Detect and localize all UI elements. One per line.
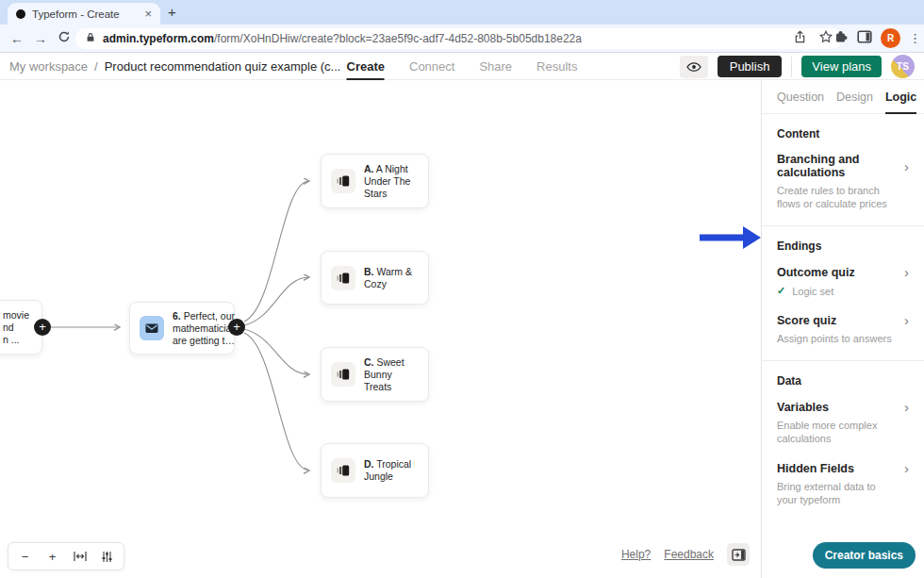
sidebar-item-branching[interactable]: Branching and calculations › Create rule… xyxy=(777,153,909,210)
new-tab-button[interactable]: + xyxy=(168,4,176,20)
logic-flow-canvas[interactable]: movie nd n ... + 6. Perfect, our mathema… xyxy=(0,80,761,578)
share-icon[interactable] xyxy=(794,30,806,47)
outcome-node-text: D. Tropical Jungle xyxy=(364,458,419,483)
sidebar-tab-logic[interactable]: Logic xyxy=(885,80,916,114)
canvas-footer-links: Help? Feedback xyxy=(621,543,750,566)
sidebar-tabs: Question Design Logic xyxy=(762,80,924,114)
preview-button[interactable] xyxy=(680,56,708,78)
chrome-right-controls: R ⋮ xyxy=(834,28,918,48)
sidebar-tab-design[interactable]: Design xyxy=(836,80,873,114)
flow-node-question-6[interactable]: 6. Perfect, our mathematician are gettin… xyxy=(129,302,235,355)
help-link[interactable]: Help? xyxy=(621,548,651,561)
publish-button[interactable]: Publish xyxy=(718,56,783,77)
browser-tab[interactable]: Typeform - Create × xyxy=(8,3,160,25)
sidebar-section-content: Content Branching and calculations › Cre… xyxy=(762,114,924,226)
header-nav: Create Connect Share Results xyxy=(347,53,578,80)
creator-basics-button[interactable]: Creator basics xyxy=(813,542,916,569)
flow-node-outcome-a[interactable]: A. A Night Under The Stars xyxy=(321,154,429,208)
outcome-node-text: B. Warm & Cozy xyxy=(364,266,419,290)
url-text: admin.typeform.com/form/XoHnDHiw/create?… xyxy=(103,32,582,45)
app-header: My workspace / Product recommendation qu… xyxy=(0,53,924,80)
url-path: /form/XoHnDHiw/create?block=23ae5f9c-adf… xyxy=(214,32,582,45)
sidebar-item-hidden-fields[interactable]: Hidden Fields › Bring external data to y… xyxy=(777,461,909,506)
user-avatar[interactable]: TS xyxy=(891,55,915,78)
header-actions: Publish View plans TS xyxy=(680,53,915,80)
ending-screen-icon xyxy=(331,169,355,193)
tab-create[interactable]: Create xyxy=(347,53,385,80)
sidebar-tab-question[interactable]: Question xyxy=(777,80,824,114)
chevron-right-icon: › xyxy=(904,313,909,327)
url-domain: admin.typeform.com xyxy=(103,32,214,45)
browser-tabstrip: Typeform - Create × + xyxy=(0,0,924,25)
ending-screen-icon xyxy=(331,266,355,290)
flow-node-outcome-b[interactable]: B. Warm & Cozy xyxy=(321,251,429,305)
app-window: Typeform - Create × + ← → admin.typeform… xyxy=(0,0,924,578)
fit-to-width-icon[interactable] xyxy=(66,543,93,570)
question-node-text: 6. Perfect, our mathematician are gettin… xyxy=(173,310,237,347)
sidebar-section-data: Data Variables › Enable more complex cal… xyxy=(762,361,924,521)
feedback-link[interactable]: Feedback xyxy=(664,548,714,561)
browser-toolbar: ← → admin.typeform.com/form/XoHnDHiw/cre… xyxy=(0,25,924,53)
breadcrumb: My workspace / Product recommendation qu… xyxy=(9,53,340,79)
breadcrumb-workspace-link[interactable]: My workspace xyxy=(9,59,88,74)
item-description: Enable more complex calculations xyxy=(777,419,909,445)
section-heading: Data xyxy=(777,374,909,388)
tab-connect[interactable]: Connect xyxy=(409,53,454,80)
sidebar-section-endings: Endings Outcome quiz › ✓ Logic set Score… xyxy=(762,226,924,361)
email-question-icon xyxy=(140,316,164,340)
zoom-out-button[interactable]: − xyxy=(11,543,39,570)
lock-icon xyxy=(85,30,96,47)
view-plans-button[interactable]: View plans xyxy=(801,56,882,77)
truncated-node-text: movie nd n ... xyxy=(3,309,29,346)
forward-icon[interactable]: → xyxy=(31,29,50,48)
canvas-zoom-toolbar: − + xyxy=(8,542,124,570)
logic-set-status: ✓ Logic set xyxy=(777,285,909,297)
add-rule-button-2[interactable]: + xyxy=(228,319,245,336)
typeform-favicon xyxy=(16,9,25,19)
section-heading: Content xyxy=(777,127,909,140)
header-divider xyxy=(791,57,792,77)
chevron-right-icon: › xyxy=(904,159,909,173)
chevron-right-icon: › xyxy=(904,461,909,475)
breadcrumb-separator: / xyxy=(94,59,98,74)
outcome-node-text: C. Sweet Bunny Treats xyxy=(364,356,419,393)
tab-share[interactable]: Share xyxy=(479,53,512,80)
sidebar-item-score-quiz[interactable]: Score quiz › Assign points to answers xyxy=(777,313,909,345)
check-icon: ✓ xyxy=(777,285,785,297)
ending-screen-icon xyxy=(331,362,355,387)
item-description: Assign points to answers xyxy=(777,332,909,345)
browser-menu-icon[interactable]: ⋮ xyxy=(909,31,918,45)
outcome-node-text: A. A Night Under The Stars xyxy=(364,163,419,200)
section-heading: Endings xyxy=(777,239,909,253)
browser-profile-avatar[interactable]: R xyxy=(881,28,900,48)
flow-node-outcome-d[interactable]: D. Tropical Jungle xyxy=(321,443,429,498)
bookmark-star-icon[interactable] xyxy=(819,30,833,47)
chevron-right-icon: › xyxy=(904,400,909,414)
zoom-in-button[interactable]: + xyxy=(39,543,66,570)
tab-close-icon[interactable]: × xyxy=(144,8,152,20)
annotation-arrow xyxy=(700,226,761,249)
side-panel-icon[interactable] xyxy=(857,30,872,47)
item-description: Bring external data to your typeform xyxy=(777,480,909,506)
sidebar-item-outcome-quiz[interactable]: Outcome quiz › ✓ Logic set xyxy=(777,265,909,297)
breadcrumb-form-title[interactable]: Product recommendation quiz example (c..… xyxy=(105,59,341,74)
tab-results[interactable]: Results xyxy=(536,53,577,80)
urlbar-actions xyxy=(794,30,833,47)
collapse-panel-button[interactable] xyxy=(727,543,750,566)
chevron-right-icon: › xyxy=(904,265,909,279)
url-bar[interactable]: admin.typeform.com/form/XoHnDHiw/create?… xyxy=(75,28,842,49)
logic-sidebar: Question Design Logic Content Branching … xyxy=(761,80,924,578)
back-icon[interactable]: ← xyxy=(8,29,26,48)
item-description: Create rules to branch flows or calculat… xyxy=(777,184,909,210)
add-rule-button-1[interactable]: + xyxy=(34,319,51,336)
browser-tab-title: Typeform - Create xyxy=(32,8,138,20)
ending-screen-icon xyxy=(331,458,355,483)
extensions-puzzle-icon[interactable] xyxy=(834,29,849,47)
map-settings-icon[interactable] xyxy=(93,543,121,570)
flow-node-outcome-c[interactable]: C. Sweet Bunny Treats xyxy=(321,347,429,402)
reload-icon[interactable] xyxy=(55,29,74,48)
sidebar-item-variables[interactable]: Variables › Enable more complex calculat… xyxy=(777,400,909,445)
